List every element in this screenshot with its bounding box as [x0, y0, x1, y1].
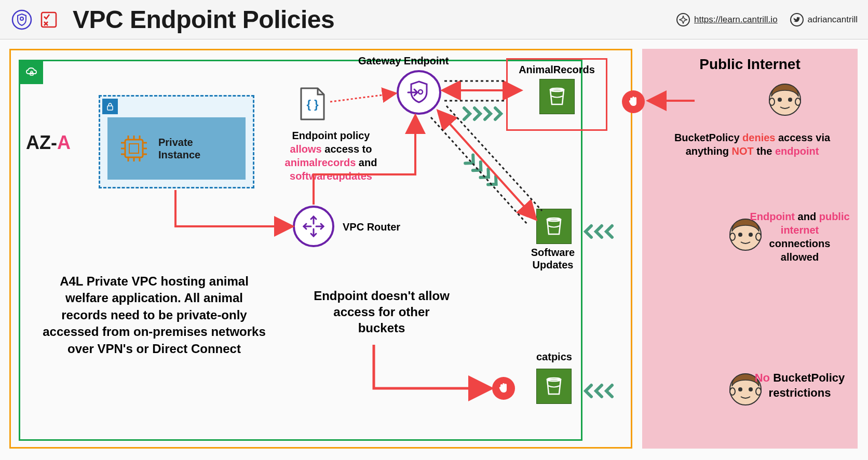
gateway-endpoint-icon — [397, 70, 441, 115]
twitter-link[interactable]: adriancantrill — [790, 13, 858, 26]
catpics-label: catpics — [536, 351, 572, 363]
svg-rect-4 — [107, 106, 113, 110]
animal-records-box: AnimalRecords — [506, 58, 607, 131]
svg-point-31 — [769, 98, 775, 105]
public-internet-title: Public Internet — [642, 49, 858, 76]
svg-point-32 — [795, 98, 801, 105]
policy-text: Endpoint policy allows access to animalr… — [275, 129, 387, 183]
svg-point-20 — [418, 90, 423, 94]
gateway-label: Gateway Endpoint — [358, 55, 449, 67]
s3-bucket-icon — [539, 79, 575, 114]
checklist-icon — [37, 8, 60, 31]
chevrons-left-icon — [584, 224, 620, 239]
lock-icon — [102, 99, 118, 114]
diagram-canvas: AZ-A Private Instance { } Endpoint polic… — [0, 39, 868, 455]
svg-point-30 — [788, 98, 792, 102]
user3-text: No BucketPolicy restrictions — [749, 371, 850, 400]
twitter-icon — [790, 13, 804, 26]
router-label: VPC Router — [343, 221, 400, 233]
user1-text: BucketPolicy denies access via anything … — [656, 131, 848, 158]
header: VPC Endpoint Policies https://learn.cant… — [0, 0, 868, 39]
svg-point-39 — [738, 387, 742, 391]
animal-records-label: AnimalRecords — [512, 64, 602, 76]
user2-text: Endpoint and public internet connections… — [749, 210, 850, 264]
az-label: AZ-A — [26, 132, 71, 154]
svg-point-1 — [20, 17, 23, 20]
site-url[interactable]: https://learn.cantrill.io — [694, 15, 778, 25]
s3-bucket-icon — [536, 369, 572, 404]
cloud-lock-icon — [20, 61, 43, 84]
instance-label: Private Instance — [158, 136, 237, 161]
svg-point-34 — [738, 233, 742, 237]
policy-doc-icon: { } — [297, 86, 328, 123]
stop-hand-icon — [622, 90, 645, 113]
vpc-description: A4L Private VPC hosting animal welfare a… — [43, 273, 266, 357]
shield-logo-icon — [10, 8, 33, 31]
header-icons — [10, 8, 60, 31]
chevrons-right-icon — [462, 106, 504, 121]
svg-text:{ }: { } — [306, 98, 319, 111]
s3-bucket-icon — [536, 209, 572, 244]
page-title: VPC Endpoint Policies — [73, 5, 334, 34]
stop-hand-icon — [492, 377, 515, 400]
svg-rect-5 — [125, 140, 143, 157]
svg-point-41 — [730, 388, 735, 395]
vpc-router-icon — [293, 206, 334, 247]
software-updates-label: Software Updates — [527, 246, 579, 271]
instance: Private Instance — [107, 117, 246, 180]
compass-icon — [676, 13, 690, 26]
svg-point-29 — [778, 98, 782, 102]
chevrons-left-icon — [584, 383, 620, 399]
user-face-icon — [766, 81, 804, 118]
svg-point-36 — [730, 233, 735, 240]
cpu-icon — [116, 130, 152, 167]
site-link[interactable]: https://learn.cantrill.io — [676, 13, 778, 26]
svg-rect-6 — [129, 144, 139, 153]
private-subnet: Private Instance — [99, 95, 254, 188]
endpoint-deny-text: Endpoint doesn't allow access for other … — [311, 288, 452, 336]
twitter-handle: adriancantrill — [808, 15, 858, 25]
